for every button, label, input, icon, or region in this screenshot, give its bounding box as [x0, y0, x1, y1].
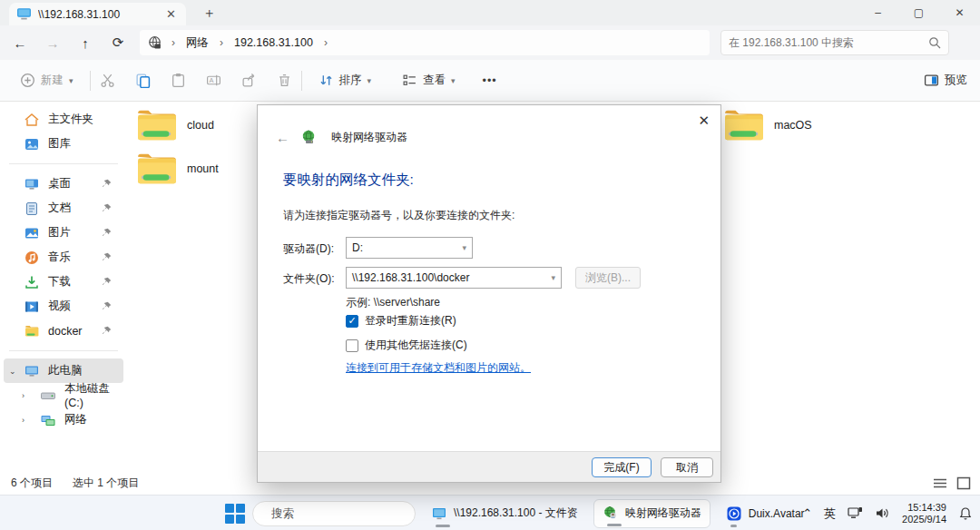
taskbar-search[interactable]	[252, 501, 416, 526]
rename-icon[interactable]: A	[206, 73, 221, 88]
sidebar-item-videos[interactable]: 视频	[4, 294, 123, 319]
dialog-back-icon[interactable]: ←	[276, 130, 289, 145]
tray-expand-icon[interactable]: ⌃	[802, 506, 812, 520]
search-input[interactable]	[729, 36, 928, 49]
start-button[interactable]	[225, 504, 245, 524]
back-button[interactable]: ←	[7, 35, 33, 51]
pin-icon	[101, 325, 113, 337]
chevron-down-icon: ▾	[451, 76, 456, 85]
map-drive-icon	[603, 505, 619, 522]
new-tab-button[interactable]: ＋	[202, 5, 216, 22]
running-indicator	[730, 525, 737, 527]
running-indicator	[436, 525, 450, 527]
view-button-label: 查看	[423, 73, 446, 88]
sidebar-item-local-disk-c[interactable]: › 本地磁盘 (C:)	[4, 383, 123, 407]
dialog-close-icon[interactable]: ✕	[698, 113, 710, 129]
sidebar-item-downloads[interactable]: 下载	[4, 270, 123, 294]
up-button[interactable]: ↑	[73, 35, 98, 51]
more-options-button[interactable]: •••	[475, 69, 505, 93]
explorer-window-icon	[431, 505, 447, 522]
close-button[interactable]: ✕	[939, 0, 980, 25]
network-icon	[40, 412, 56, 428]
sidebar-item-label: 主文件夹	[48, 112, 93, 127]
forward-button[interactable]: →	[40, 35, 65, 51]
taskbar-app-explorer[interactable]: \\192.168.31.100 - 文件资	[423, 499, 586, 528]
breadcrumb-chevron-icon: ›	[318, 36, 333, 49]
clock[interactable]: 15:14:39 2025/9/14	[902, 502, 946, 525]
home-icon	[24, 112, 40, 128]
sidebar-item-pictures[interactable]: 图片	[4, 221, 123, 245]
paste-icon[interactable]	[171, 73, 186, 88]
caret-down-icon[interactable]: ⌄	[9, 367, 16, 376]
copy-icon[interactable]	[135, 73, 151, 88]
volume-icon[interactable]	[875, 506, 890, 520]
clock-time: 15:14:39	[902, 502, 946, 514]
folder-item-cloud[interactable]: cloud	[136, 107, 214, 143]
breadcrumb-chevron-icon: ›	[214, 36, 229, 49]
search-icon	[928, 36, 941, 49]
share-icon[interactable]	[241, 73, 257, 88]
sort-button[interactable]: 排序 ▾	[311, 67, 379, 93]
credentials-checkbox[interactable]	[346, 339, 358, 352]
list-view-icon[interactable]	[933, 477, 947, 490]
preview-button-label: 预览	[945, 73, 967, 88]
preview-pane-icon	[924, 73, 939, 88]
delete-icon[interactable]	[277, 73, 292, 88]
folder-combobox[interactable]: \\192.168.31.100\docker ▾	[346, 267, 562, 289]
sidebar-item-music[interactable]: 音乐	[4, 245, 123, 270]
taskbar-app-duix[interactable]: Duix.Avatar	[718, 499, 813, 528]
new-button[interactable]: 新建 ▾	[13, 67, 81, 93]
finish-button[interactable]: 完成(F)	[592, 457, 652, 477]
folder-item-macos[interactable]: macOS	[723, 107, 812, 143]
dialog-title: 映射网络驱动器	[331, 130, 407, 145]
sidebar-item-docker[interactable]: docker	[4, 319, 123, 343]
sidebar-item-documents[interactable]: 文档	[4, 196, 123, 221]
sidebar-item-network[interactable]: › 网络	[4, 407, 123, 432]
reconnect-checkbox[interactable]: ✓	[346, 315, 358, 328]
breadcrumb-item-network[interactable]: 网络	[184, 35, 211, 51]
breadcrumb[interactable]: › 网络 › 192.168.31.100 ›	[140, 30, 710, 55]
minimize-button[interactable]: –	[858, 0, 898, 25]
connect-website-link[interactable]: 连接到可用于存储文档和图片的网站。	[346, 360, 531, 376]
sidebar-item-gallery[interactable]: 图库	[4, 132, 123, 156]
caret-right-icon[interactable]: ›	[22, 391, 24, 400]
caret-right-icon[interactable]: ›	[22, 416, 24, 425]
sidebar-item-label: 此电脑	[48, 363, 83, 378]
chevron-down-icon: ▾	[551, 273, 555, 282]
new-button-label: 新建	[41, 73, 64, 88]
search-box[interactable]	[720, 30, 949, 55]
icons-view-icon[interactable]	[956, 476, 971, 490]
sidebar-item-label: 本地磁盘 (C:)	[64, 381, 123, 409]
taskbar-app-map-drive[interactable]: 映射网络驱动器	[593, 499, 710, 528]
maximize-button[interactable]: ▢	[898, 0, 939, 25]
ime-indicator[interactable]: 英	[824, 505, 836, 522]
items-count: 6 个项目	[11, 476, 53, 491]
view-button[interactable]: 查看 ▾	[395, 67, 463, 93]
ellipsis-icon: •••	[483, 74, 497, 87]
notification-bell-icon[interactable]	[958, 506, 973, 521]
browse-button[interactable]: 浏览(B)...	[575, 267, 641, 289]
refresh-button[interactable]: ⟳	[105, 34, 131, 51]
sidebar-item-label: 桌面	[48, 176, 71, 191]
sidebar-item-label: 网络	[64, 412, 87, 427]
plus-circle-icon	[20, 73, 35, 88]
sidebar-item-this-pc[interactable]: ⌄ 此电脑	[4, 358, 123, 383]
folder-item-mount[interactable]: mount	[136, 151, 219, 187]
credentials-checkbox-row[interactable]: 使用其他凭据连接(C)	[346, 338, 467, 353]
breadcrumb-item-host[interactable]: 192.168.31.100	[232, 36, 315, 49]
sidebar-item-home[interactable]: 主文件夹	[4, 107, 123, 132]
toolbar-divider	[90, 71, 91, 91]
preview-button[interactable]: 预览	[924, 73, 967, 88]
explorer-tab[interactable]: \\192.168.31.100 ✕	[9, 3, 186, 25]
cancel-button[interactable]: 取消	[661, 457, 713, 477]
explorer-window: \\192.168.31.100 ✕ ＋ – ▢ ✕ ← → ↑ ⟳ › 网络 …	[0, 0, 980, 530]
network-tray-icon[interactable]	[848, 506, 863, 520]
reconnect-checkbox-row[interactable]: ✓ 登录时重新连接(R)	[346, 313, 456, 329]
cut-icon[interactable]	[100, 73, 115, 88]
sidebar-divider	[9, 163, 118, 164]
sidebar-item-desktop[interactable]: 桌面	[4, 172, 123, 196]
tab-close-icon[interactable]: ✕	[163, 7, 179, 21]
taskbar-search-input[interactable]	[271, 507, 417, 520]
drive-select[interactable]: D: ▾	[346, 237, 473, 259]
reconnect-checkbox-label: 登录时重新连接(R)	[365, 313, 456, 329]
